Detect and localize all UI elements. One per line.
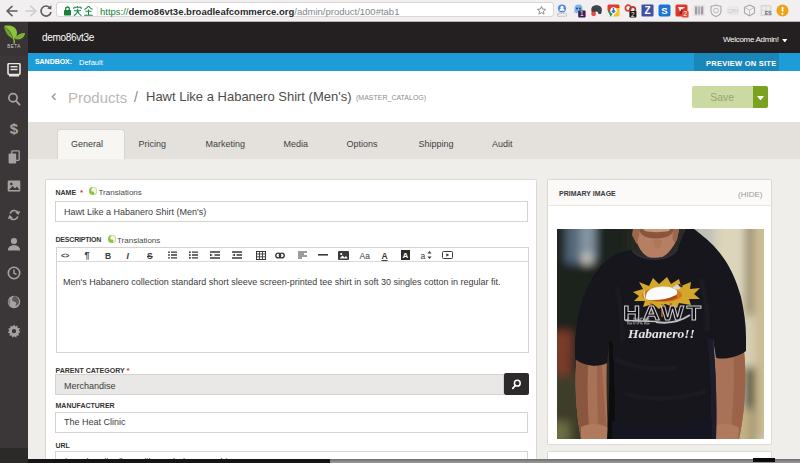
svg-text:S: S xyxy=(661,5,667,16)
svg-text:1: 1 xyxy=(580,10,584,17)
svg-text:CPH: CPH xyxy=(728,9,738,14)
svg-text:2: 2 xyxy=(631,11,635,18)
svg-text:Habanero!!: Habanero!! xyxy=(627,326,695,341)
svg-text:Z: Z xyxy=(644,5,650,16)
svg-text:2: 2 xyxy=(683,10,687,17)
svg-text:ES: ES xyxy=(765,10,772,16)
